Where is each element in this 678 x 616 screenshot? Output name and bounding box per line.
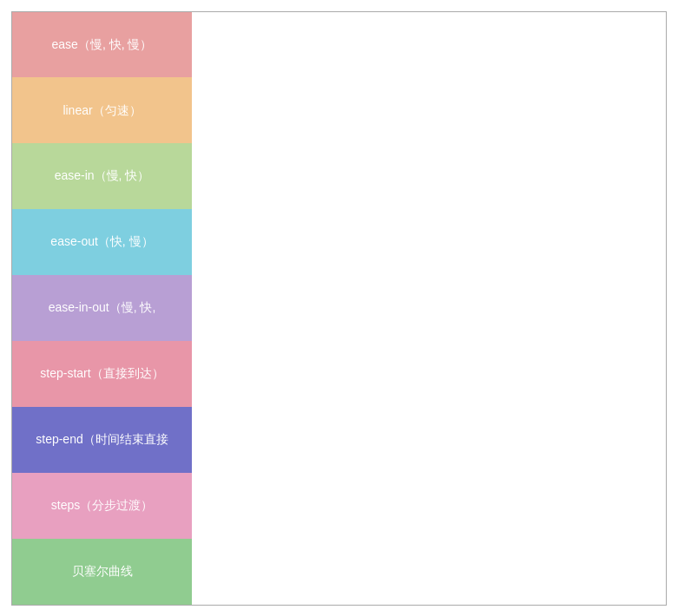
sidebar-item-ease-in-out[interactable]: ease-in-out（慢, 快,: [12, 275, 192, 341]
sidebar-item-ease-in[interactable]: ease-in（慢, 快）: [12, 143, 192, 209]
sidebar-item-step-end[interactable]: step-end（时间结束直接: [12, 407, 192, 473]
sidebar-item-step-start[interactable]: step-start（直接到达）: [12, 341, 192, 407]
sidebar: ease（慢, 快, 慢）linear（匀速）ease-in（慢, 快）ease…: [12, 12, 192, 605]
sidebar-item-steps[interactable]: steps（分步过渡）: [12, 473, 192, 539]
sidebar-item-ease-out[interactable]: ease-out（快, 慢）: [12, 209, 192, 275]
sidebar-item-ease[interactable]: ease（慢, 快, 慢）: [12, 12, 192, 78]
main-content: [192, 12, 666, 605]
sidebar-item-bezier[interactable]: 贝塞尔曲线: [12, 539, 192, 605]
main-container: ease（慢, 快, 慢）linear（匀速）ease-in（慢, 快）ease…: [11, 11, 667, 606]
sidebar-item-linear[interactable]: linear（匀速）: [12, 77, 192, 143]
